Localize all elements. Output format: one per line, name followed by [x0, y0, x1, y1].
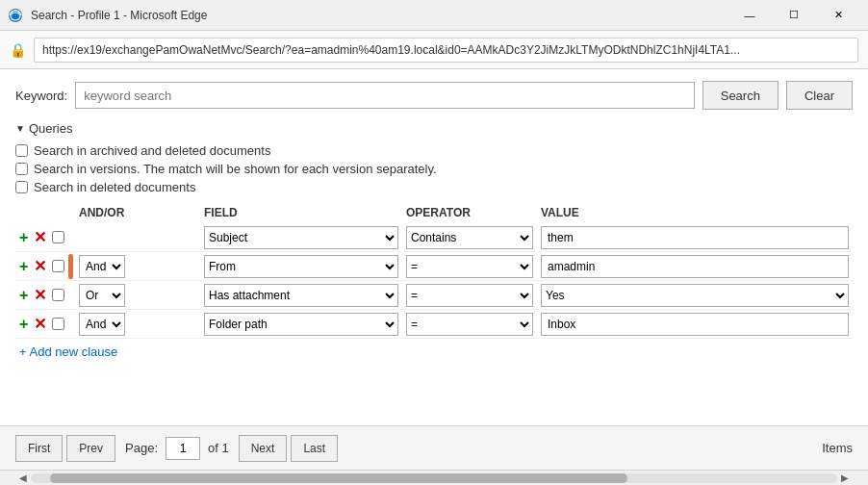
close-button[interactable]: ✕ [816, 0, 860, 31]
pagination-bar: First Prev Page: of 1 Next Last Items [0, 425, 868, 470]
browser-icon [8, 8, 23, 23]
clause-4-remove[interactable]: ✕ [32, 315, 48, 333]
clause-2-checkbox[interactable] [52, 260, 64, 272]
clause-2-remove[interactable]: ✕ [32, 257, 48, 275]
clause-1-actions: + ✕ [15, 228, 75, 246]
clause-3-checkbox[interactable] [52, 289, 64, 301]
clause-4-value-cell [537, 311, 853, 338]
checkbox-versions[interactable] [15, 163, 28, 175]
lock-icon: 🔒 [10, 42, 26, 58]
clause-4-operator-cell: Contains = != [402, 311, 537, 338]
add-clause-label: + Add new clause [19, 345, 117, 359]
keyword-input[interactable] [75, 82, 695, 109]
clause-3-operator-select[interactable]: Contains = != [406, 284, 533, 307]
col-andor-label: AND/OR [75, 202, 200, 223]
clause-3-remove[interactable]: ✕ [32, 286, 48, 304]
clause-4-field-select[interactable]: Subject From Has attachment Folder path [204, 313, 398, 336]
checkbox-deleted[interactable] [15, 181, 28, 193]
prev-button[interactable]: Prev [66, 435, 115, 462]
clause-1-value-cell [537, 224, 853, 251]
col-andor [15, 202, 75, 223]
clause-3-actions: + ✕ [15, 286, 75, 304]
clause-row-2: + ✕ And Or Subject From Has attachment F… [15, 252, 853, 281]
keyword-row: Keyword: Search Clear [15, 81, 853, 110]
clause-2-add[interactable]: + [17, 258, 30, 275]
queries-section: ▼ Queries Search in archived and deleted… [15, 121, 853, 359]
window-controls: — ☐ ✕ [728, 0, 860, 31]
title-bar: Search - Profile 1 - Microsoft Edge — ☐ … [0, 0, 868, 31]
next-button[interactable]: Next [239, 435, 288, 462]
clause-2-value-input[interactable] [541, 255, 849, 278]
scrollbar-track[interactable] [31, 473, 837, 483]
clause-1-checkbox[interactable] [52, 231, 64, 243]
clause-1-operator-select[interactable]: Contains = != [406, 226, 533, 249]
checkbox-deleted-label: Search in deleted documents [34, 180, 195, 194]
clause-3-value-cell: Yes No [537, 282, 853, 309]
page-label: Page: [125, 441, 158, 455]
clause-3-operator-cell: Contains = != [402, 282, 537, 309]
collapse-icon: ▼ [15, 123, 25, 134]
col-operator: OPERATOR [402, 202, 537, 223]
checkbox-archived[interactable] [15, 144, 28, 157]
clause-1-operator-cell: Contains = != [402, 224, 537, 251]
col-value: VALUE [537, 202, 853, 223]
window-title: Search - Profile 1 - Microsoft Edge [31, 9, 207, 22]
page-number-input[interactable] [166, 437, 200, 460]
search-button[interactable]: Search [702, 81, 779, 110]
scrollbar-thumb[interactable] [50, 473, 627, 483]
clause-4-andor-select[interactable]: And Or [79, 313, 125, 336]
col-field: FIELD [200, 202, 402, 223]
items-label: Items [822, 441, 853, 455]
clause-2-operator-select[interactable]: Contains = != [406, 255, 533, 278]
address-input[interactable] [34, 38, 858, 63]
clause-4-field-cell: Subject From Has attachment Folder path [200, 311, 402, 338]
clause-2-field-cell: Subject From Has attachment Folder path [200, 253, 402, 280]
of-label: of 1 [208, 441, 229, 455]
clear-button[interactable]: Clear [786, 81, 853, 110]
clause-2-actions: + ✕ [15, 254, 75, 279]
checkbox-archived-label: Search in archived and deleted documents [34, 143, 270, 158]
clause-1-add[interactable]: + [17, 229, 30, 246]
clause-4-actions: + ✕ [15, 315, 75, 333]
clause-2-andor-select[interactable]: And Or [79, 255, 125, 278]
last-button[interactable]: Last [291, 435, 338, 462]
clause-4-value-input[interactable] [541, 313, 849, 336]
clause-1-remove[interactable]: ✕ [32, 228, 48, 246]
clause-3-add[interactable]: + [17, 287, 30, 304]
clause-1-value-input[interactable] [541, 226, 849, 249]
first-button[interactable]: First [15, 435, 63, 462]
maximize-button[interactable]: ☐ [772, 0, 816, 31]
clause-row-1: + ✕ Subject From Has attachment Folder p… [15, 223, 853, 252]
address-bar: 🔒 [0, 31, 868, 69]
checkbox-row-archived: Search in archived and deleted documents [15, 143, 853, 158]
minimize-button[interactable]: — [728, 0, 772, 31]
queries-header[interactable]: ▼ Queries [15, 121, 853, 136]
checkbox-versions-label: Search in versions. The match will be sh… [34, 162, 437, 176]
clause-3-andor-cell: And Or [75, 284, 200, 307]
scroll-right-icon[interactable]: ▶ [837, 472, 853, 483]
clause-2-field-select[interactable]: Subject From Has attachment Folder path [204, 255, 398, 278]
drag-handle-icon[interactable] [68, 254, 73, 279]
clause-1-field-cell: Subject From Has attachment Folder path [200, 224, 402, 251]
clause-2-value-cell [537, 253, 853, 280]
checkbox-row-versions: Search in versions. The match will be sh… [15, 162, 853, 176]
clause-row-4: + ✕ And Or Subject From Has attachment F… [15, 310, 853, 339]
add-clause-button[interactable]: + Add new clause [15, 339, 853, 359]
scroll-left-icon[interactable]: ◀ [15, 472, 31, 483]
clauses-header-row: AND/OR FIELD OPERATOR VALUE [15, 202, 853, 223]
clause-3-field-cell: Subject From Has attachment Folder path [200, 282, 402, 309]
title-bar-left: Search - Profile 1 - Microsoft Edge [8, 8, 207, 23]
clause-4-add[interactable]: + [17, 316, 30, 333]
scrollbar-area: ◀ ▶ [0, 470, 868, 485]
keyword-label: Keyword: [15, 89, 67, 103]
clause-1-field-select[interactable]: Subject From Has attachment Folder path [204, 226, 398, 249]
clause-4-operator-select[interactable]: Contains = != [406, 313, 533, 336]
clause-3-value-select[interactable]: Yes No [541, 284, 849, 307]
clause-4-checkbox[interactable] [52, 318, 64, 330]
clause-2-operator-cell: Contains = != [402, 253, 537, 280]
clause-2-andor-cell: And Or [75, 255, 200, 278]
clause-3-field-select[interactable]: Subject From Has attachment Folder path [204, 284, 398, 307]
queries-label: Queries [29, 121, 73, 136]
clause-4-andor-cell: And Or [75, 313, 200, 336]
clause-3-andor-select[interactable]: And Or [79, 284, 125, 307]
